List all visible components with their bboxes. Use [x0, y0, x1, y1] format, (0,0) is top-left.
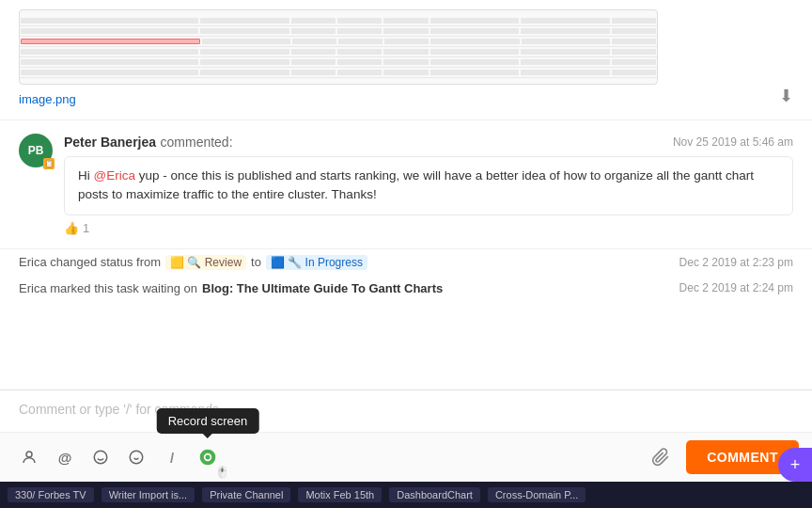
comment-block: PB 📋 Peter Banerjea commented: Nov 25 20…	[0, 120, 812, 249]
comment-input-field[interactable]: Comment or type '/' for commands	[0, 390, 812, 432]
taskbar-item-5[interactable]: Cross-Domain P...	[488, 487, 586, 502]
commenter-name: Peter Banerjea	[64, 135, 156, 150]
fab-button[interactable]: +	[778, 448, 812, 482]
image-attachment-section: image.png ⬇	[0, 0, 812, 120]
taskbar-item-3[interactable]: Motix Feb 15th	[298, 487, 382, 502]
activity-time-2: Dec 2 2019 at 2:24 pm	[679, 281, 793, 294]
status-review-badge: 🟨 🔍 Review	[165, 255, 246, 270]
bottom-taskbar: 330/ Forbes TV Writer Import is... Priva…	[0, 482, 812, 508]
emoji-happy-icon[interactable]	[85, 441, 117, 473]
svg-point-7	[206, 455, 211, 460]
toolbar-left: @ /	[13, 441, 224, 473]
attach-file-icon[interactable]	[645, 441, 677, 473]
activity-text-1: Erica changed status from 🟨 🔍 Review to …	[19, 255, 367, 270]
activity-to-label: to	[251, 255, 261, 269]
taskbar-item-1[interactable]: Writer Import is...	[102, 487, 195, 502]
record-screen-container: Record screen 🖱️	[192, 441, 224, 473]
slash-commands-icon[interactable]: /	[156, 441, 188, 473]
avatar-badge: 📋	[43, 158, 55, 169]
comment-content: Peter Banerjea commented: Nov 25 2019 at…	[64, 134, 793, 235]
avatar: PB 📋	[19, 134, 53, 167]
comment-toolbar: @ /	[0, 432, 812, 482]
like-button[interactable]: 👍 1	[64, 221, 793, 235]
toolbar-right: COMMENT	[645, 440, 799, 474]
comment-timestamp: Nov 25 2019 at 5:46 am	[673, 135, 793, 149]
task-link[interactable]: Blog: The Ultimate Guide To Gantt Charts	[202, 281, 443, 295]
activity-item-1: Erica changed status from 🟨 🔍 Review to …	[0, 249, 812, 276]
svg-point-4	[130, 451, 143, 464]
record-screen-tooltip: Record screen	[157, 408, 259, 434]
mention-person-icon[interactable]	[13, 441, 45, 473]
commented-label: commented:	[161, 135, 233, 150]
comment-input-area: Comment or type '/' for commands @	[0, 389, 812, 482]
activity-prefix-2: Erica marked this task waiting on	[19, 281, 197, 295]
status-inprogress-badge: 🟦 🔧 In Progress	[266, 255, 367, 270]
download-icon[interactable]: ⬇	[779, 86, 793, 106]
activity-item-2: Erica marked this task waiting on Blog: …	[0, 276, 812, 301]
comment-body-text: yup - once this is published and starts …	[78, 168, 754, 201]
activity-prefix-1: Erica changed status from	[19, 255, 161, 269]
emoji-icon[interactable]	[120, 441, 152, 473]
mention-erica: @Erica	[94, 168, 135, 183]
comment-header: Peter Banerjea commented: Nov 25 2019 at…	[64, 134, 793, 151]
activity-time-1: Dec 2 2019 at 2:23 pm	[679, 256, 793, 269]
cursor-icon: 🖱️	[215, 466, 229, 479]
taskbar-item-2[interactable]: Private Channel	[202, 487, 290, 502]
activity-text-2: Erica marked this task waiting on Blog: …	[19, 281, 443, 295]
comment-meta: Peter Banerjea commented:	[64, 134, 233, 151]
taskbar-item-0[interactable]: 330/ Forbes TV	[8, 487, 94, 502]
svg-point-1	[94, 451, 107, 464]
comment-body: Hi @Erica yup - once this is published a…	[64, 156, 793, 215]
image-filename[interactable]: image.png	[19, 92, 793, 106]
main-container: image.png ⬇ PB 📋 Peter Banerjea commente…	[0, 0, 812, 508]
at-mention-icon[interactable]: @	[49, 441, 81, 473]
record-screen-button[interactable]: 🖱️	[192, 441, 224, 473]
taskbar-item-4[interactable]: DashboardChart	[389, 487, 480, 502]
image-preview	[19, 9, 658, 85]
svg-point-0	[26, 452, 32, 457]
